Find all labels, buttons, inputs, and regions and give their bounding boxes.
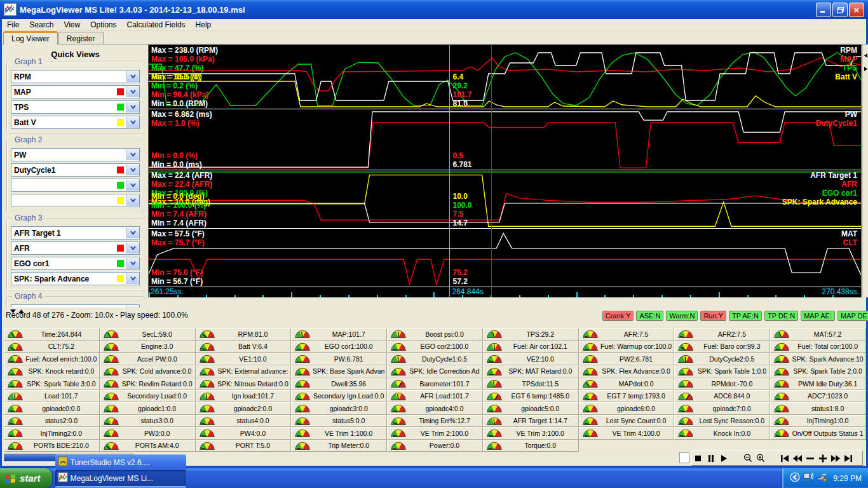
gauge-boost-psi: Boost psi:0.0 — [387, 328, 483, 341]
menu-item-calculated-fields[interactable]: Calculated Fields — [122, 20, 191, 30]
graph-pane-1[interactable]: Max = 238.0 (RPM)Max = 105.0 (kPa)Max = … — [149, 45, 861, 109]
field-combo-tps[interactable]: TPS — [11, 100, 140, 114]
menu-bar: FileSearchViewOptionsCalculated FieldsHe… — [2, 19, 866, 31]
field-combo-mat[interactable]: MAT — [11, 304, 140, 308]
graph-canvas[interactable]: Max = 238.0 (RPM)Max = 105.0 (kPa)Max = … — [148, 44, 862, 297]
graph-pane-2[interactable]: Max = 6.862 (ms)Max = 1.0 (%)Min = 0.0 (… — [149, 109, 861, 170]
gauge-gpioadc6: gpioadc6:0.0 — [579, 402, 675, 415]
restore-button[interactable] — [832, 3, 848, 17]
chevron-down-icon[interactable] — [126, 195, 139, 206]
min-values: Min = 0.0 (deg)Min = 100.0 (%)Min = 7.4 … — [151, 192, 207, 227]
chevron-down-icon[interactable] — [126, 243, 139, 254]
gauge-icon — [7, 417, 24, 425]
zoom-in-button[interactable] — [754, 452, 767, 464]
cursor-values: 10.0100.07.514.7 — [453, 192, 472, 227]
cursor-line-cyan[interactable] — [449, 45, 450, 297]
title-bar[interactable]: MegaLogViewer MS Lite! 3.4.03 - 2014-12-… — [0, 0, 868, 19]
close-icon[interactable]: × — [849, 3, 864, 17]
display-audio-icon[interactable] — [803, 472, 813, 485]
tab-log-viewer[interactable]: Log Viewer — [3, 31, 58, 44]
field-combo-batt-v[interactable]: Batt V — [11, 116, 140, 129]
graph-splitter[interactable] — [862, 44, 868, 297]
gauge-label: Time:264.844 — [24, 330, 99, 338]
play-button[interactable] — [717, 452, 730, 464]
chevron-down-icon[interactable] — [126, 102, 139, 112]
gauge-icon — [103, 442, 119, 450]
chevron-down-icon[interactable] — [126, 71, 139, 82]
chevron-down-icon[interactable] — [126, 273, 139, 284]
fast-forward-button[interactable] — [829, 452, 842, 464]
gauge-icon — [486, 429, 503, 437]
graph-pane-4[interactable]: Max = 57.5 (°F)Max = 75.7 (°F)Min = 75.0… — [149, 229, 861, 287]
tab-register[interactable]: Register — [58, 32, 104, 44]
gauge-gpioadc4: gpioadc4:0.0 — [387, 402, 483, 415]
gauge-label: SPK: Spark Table 2:0.0 — [790, 367, 865, 375]
menu-item-help[interactable]: Help — [191, 20, 217, 30]
series-color-chip — [117, 245, 124, 252]
field-combo-empty[interactable] — [11, 179, 140, 192]
pane-legend: AFR Target 1AFREGO cor1SPK: Spark Advanc… — [782, 171, 857, 207]
field-combo-rpm[interactable]: RPM — [11, 70, 140, 83]
graph-pane-3[interactable]: Max = 22.4 (AFR)Max = 22.4 (AFR)Max = 10… — [149, 170, 861, 229]
axis-tick — [377, 295, 378, 297]
chevron-down-icon[interactable] — [126, 165, 139, 175]
field-combo-empty[interactable] — [11, 194, 140, 207]
menu-item-options[interactable]: Options — [85, 20, 121, 30]
gauge-gpioadc5: gpioadc5:0.0 — [483, 402, 579, 415]
chevron-down-icon[interactable] — [126, 117, 139, 128]
cursor-line-red[interactable] — [491, 45, 492, 297]
stop-button[interactable] — [692, 452, 705, 464]
gauge-gpioadc7: gpioadc7:0.0 — [674, 402, 770, 415]
network-icon[interactable] — [817, 472, 827, 485]
gauge-label: SPK: Base Spark Advan — [311, 367, 386, 375]
minus-button[interactable] — [804, 452, 817, 464]
chevron-down-icon[interactable] — [126, 149, 139, 160]
plus-icon — [818, 453, 828, 464]
gauge-ve1: VE1:10.0 — [196, 353, 292, 365]
app-icon — [4, 3, 17, 16]
field-combo-dutycycle1[interactable]: DutyCycle1 — [11, 163, 140, 177]
skip-start-button[interactable] — [778, 452, 791, 464]
status-badges: Crank:YASE:NWarm:NRun:YTP AE:NTP DE:NMAP… — [602, 311, 868, 321]
axis-tick — [747, 295, 749, 297]
menu-item-search[interactable]: Search — [24, 20, 58, 30]
field-combo-pw[interactable]: PW — [11, 148, 140, 161]
gauge-label: Secondary Load:0.0 — [119, 392, 195, 400]
skip-end-button[interactable] — [842, 452, 855, 464]
start-button[interactable]: start — [0, 468, 52, 488]
pause-icon — [706, 453, 716, 464]
gauge-icon — [103, 392, 119, 400]
menu-item-view[interactable]: View — [58, 20, 85, 30]
axis-tick — [433, 292, 435, 297]
collapse-chevron-icon[interactable] — [790, 472, 800, 485]
field-combo-afr-target-1[interactable]: AFR Target 1 — [11, 226, 140, 240]
field-combo-afr[interactable]: AFR — [11, 241, 140, 255]
zoom-out-button[interactable] — [742, 452, 754, 464]
fast-forward-icon — [831, 453, 841, 464]
gauge-spk: SPK: Spark Advance:10 — [770, 353, 866, 365]
field-combo-spk-spark-advance[interactable]: SPK: Spark Advance — [11, 272, 140, 285]
series-color-chip — [117, 166, 124, 173]
pause-button[interactable] — [705, 452, 717, 464]
gauge-injtiming2: InjTiming2:0.0 — [4, 427, 100, 440]
chevron-down-icon[interactable] — [126, 180, 139, 191]
gauge-label: SecL:59.0 — [119, 330, 195, 338]
playback-field[interactable] — [679, 452, 689, 463]
gauge-label: gpioadc2:0.0 — [215, 405, 291, 412]
chevron-down-icon[interactable] — [126, 86, 139, 97]
chevron-down-icon[interactable] — [126, 258, 139, 269]
field-combo-ego-cor1[interactable]: EGO cor1 — [11, 257, 140, 270]
field-combo-map[interactable]: MAP — [11, 85, 140, 98]
rewind-button[interactable] — [791, 452, 804, 464]
menu-item-file[interactable]: File — [2, 20, 24, 30]
gauge-spk: SPK: Knock retard:0.0 — [4, 365, 100, 378]
taskbar-task-megalogviewer-ms-li[interactable]: MegaLogViewer MS Li... — [55, 470, 186, 486]
gauge-ego-cor1: EGO cor1:100.0 — [291, 341, 387, 353]
plus-button[interactable] — [817, 452, 829, 464]
chevron-down-icon[interactable] — [126, 306, 139, 308]
axis-tick — [348, 295, 349, 297]
chevron-down-icon[interactable] — [126, 227, 139, 238]
taskbar-task-tunerstudio-ms-v2-6[interactable]: TunerStudio MS v2.6.... — [55, 454, 186, 470]
gauge-icon — [582, 379, 599, 388]
minimize-button[interactable] — [816, 3, 831, 17]
